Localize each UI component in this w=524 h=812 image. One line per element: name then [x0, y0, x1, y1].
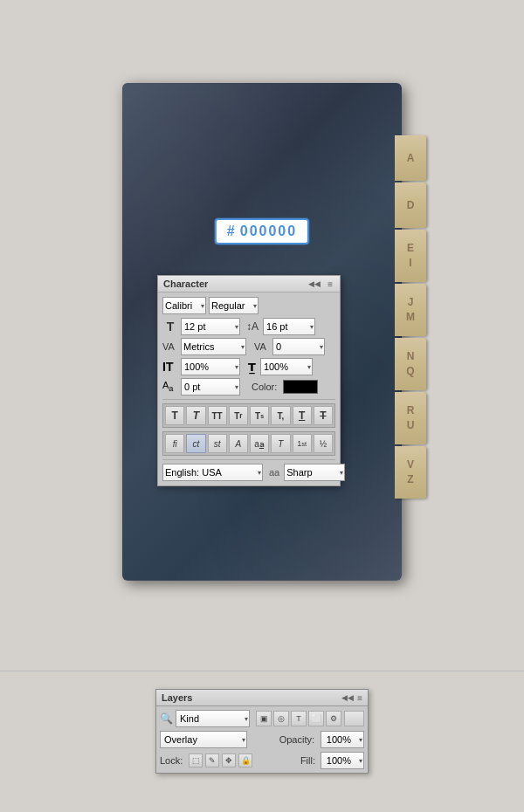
- scale-row: IT 100% T̲ 100%: [162, 358, 335, 375]
- character-panel-body: Calibri Regular T 12 pt: [158, 292, 340, 485]
- color-picker-display[interactable]: # 000000: [215, 218, 309, 244]
- tab-a[interactable]: A: [395, 135, 426, 181]
- font-style-wrapper: Regular: [209, 297, 259, 314]
- font-name-select[interactable]: Calibri: [162, 297, 206, 314]
- discretionary-lig-button[interactable]: ct: [186, 434, 205, 453]
- leading-icon: ↕A: [246, 320, 259, 333]
- blend-mode-row: Overlay Opacity: 100%: [160, 731, 364, 748]
- layers-menu-icon[interactable]: ≡: [357, 693, 362, 703]
- antialiasing-select[interactable]: Sharp: [284, 464, 345, 481]
- panel-controls: ◀◀ ≡: [307, 279, 334, 289]
- fill-input-wrapper: 100%: [321, 752, 364, 769]
- bold-button[interactable]: T: [165, 406, 184, 425]
- antialiasing-wrapper: Sharp: [284, 464, 345, 481]
- font-name-wrapper: Calibri: [162, 297, 206, 314]
- filter-type-btn[interactable]: T: [291, 711, 307, 726]
- bottom-panel-area: Layers ◀◀ ≡ 🔍 Kind ▣ ◎ T ⬜: [0, 671, 524, 812]
- panel-menu-icon[interactable]: ≡: [326, 279, 334, 289]
- opentype-buttons-row: fi ct st A aa̲ T 1st ½: [162, 431, 335, 456]
- font-size-input[interactable]: 12 pt: [181, 318, 240, 335]
- italic-button[interactable]: T: [186, 406, 205, 425]
- vertical-scale-input[interactable]: 100%: [181, 358, 240, 375]
- lock-transparent-btn[interactable]: ⬚: [189, 754, 203, 767]
- lock-all-btn[interactable]: 🔒: [238, 754, 252, 767]
- size-leading-row: T 12 pt ↕A 16 pt: [162, 318, 335, 335]
- swash-button[interactable]: aa̲: [250, 434, 269, 453]
- fill-label: Fill:: [300, 755, 315, 766]
- tab-nq[interactable]: NQ: [395, 338, 426, 390]
- tabs-strip: A D EI JM NQ RU VZ: [395, 135, 428, 499]
- tab-ei[interactable]: EI: [395, 230, 426, 282]
- color-value[interactable]: 000000: [240, 224, 297, 239]
- color-swatch[interactable]: [283, 380, 318, 394]
- fraction-button[interactable]: ½: [314, 434, 333, 453]
- stylistic-alt-button[interactable]: A: [229, 434, 248, 453]
- tracking-kerning-row: VA Metrics VA 0: [162, 338, 335, 355]
- lock-position-btn[interactable]: ✥: [222, 754, 236, 767]
- vertical-scale-field[interactable]: 100%: [181, 358, 240, 375]
- opacity-input[interactable]: 100%: [321, 731, 364, 748]
- fill-input[interactable]: 100%: [321, 752, 364, 769]
- tab-vz[interactable]: VZ: [395, 446, 426, 499]
- search-icon: 🔍: [160, 712, 173, 725]
- horizontal-scale-field[interactable]: 100%: [260, 358, 313, 375]
- blend-mode-wrapper: Overlay: [160, 731, 247, 748]
- underline-button[interactable]: T: [293, 406, 312, 425]
- superscript-button[interactable]: Ts: [250, 406, 269, 425]
- character-panel-title: Character: [163, 279, 208, 289]
- character-panel-titlebar[interactable]: Character ◀◀ ≡: [158, 276, 340, 292]
- subscript-button[interactable]: T,: [271, 406, 290, 425]
- horizontal-scale-icon: T̲: [248, 361, 256, 374]
- opacity-wrapper: 100%: [321, 731, 364, 748]
- filter-shape-btn[interactable]: ⬜: [308, 711, 324, 726]
- filter-toggle[interactable]: [344, 711, 364, 726]
- allcaps-button[interactable]: TT: [208, 406, 227, 425]
- collapse-left-icon[interactable]: ◀◀: [307, 279, 322, 288]
- font-style-select[interactable]: Regular: [209, 297, 259, 314]
- layers-panel-title: Layers: [162, 692, 192, 703]
- aa-label: aa: [269, 467, 279, 478]
- lock-image-btn[interactable]: ✎: [205, 754, 219, 767]
- filter-icons-row: ▣ ◎ T ⬜ ⚙: [256, 711, 341, 726]
- kerning-input[interactable]: 0: [272, 338, 325, 355]
- hash-symbol: #: [227, 224, 235, 239]
- language-select[interactable]: English: USA: [162, 464, 263, 481]
- oldstyle-num-button[interactable]: st: [208, 434, 227, 453]
- tracking-select[interactable]: Metrics: [181, 338, 246, 355]
- tab-d[interactable]: D: [395, 182, 426, 228]
- font-size-field[interactable]: 12 pt: [181, 318, 240, 335]
- color-label: Color:: [252, 382, 277, 392]
- filter-adjustment-btn[interactable]: ◎: [273, 711, 289, 726]
- leading-field[interactable]: 16 pt: [263, 318, 315, 335]
- typo-buttons-row: T T TT Tr Ts T, T T: [162, 403, 335, 428]
- baseline-input[interactable]: 0 pt: [181, 378, 240, 396]
- baseline-field[interactable]: 0 pt: [181, 378, 240, 396]
- canvas-area: # 000000 Character ◀◀ ≡ Calibri: [0, 0, 524, 664]
- notebook: # 000000 Character ◀◀ ≡ Calibri: [122, 83, 402, 581]
- filter-smart-btn[interactable]: ⚙: [326, 711, 341, 726]
- tab-ru[interactable]: RU: [395, 392, 426, 444]
- kind-select[interactable]: Kind: [176, 710, 250, 727]
- blend-mode-select[interactable]: Overlay: [160, 731, 247, 748]
- titling-alt-button[interactable]: T: [271, 434, 290, 453]
- tab-jm[interactable]: JM: [395, 284, 426, 336]
- strikethrough-button[interactable]: T: [314, 406, 333, 425]
- ordinal-button[interactable]: 1st: [293, 434, 312, 453]
- leading-icon-group: ↕A: [246, 320, 259, 333]
- baseline-color-row: Aa 0 pt Color:: [162, 378, 335, 396]
- leading-input[interactable]: 16 pt: [263, 318, 315, 335]
- ligatures-button[interactable]: fi: [165, 434, 184, 453]
- filter-pixel-btn[interactable]: ▣: [256, 711, 272, 726]
- layers-titlebar[interactable]: Layers ◀◀ ≡: [156, 690, 368, 706]
- opacity-label: Opacity:: [279, 734, 314, 745]
- layers-panel-controls: ◀◀ ≡: [341, 693, 362, 703]
- lock-label: Lock:: [160, 755, 183, 766]
- font-size-icon: T: [162, 320, 178, 334]
- language-wrapper: English: USA: [162, 464, 263, 481]
- smallcaps-button[interactable]: Tr: [229, 406, 248, 425]
- kerning-field[interactable]: 0: [272, 338, 325, 355]
- tracking-icon: VA: [162, 341, 178, 352]
- layers-collapse-icon[interactable]: ◀◀: [341, 693, 354, 702]
- kerning-icon: VA: [254, 341, 270, 352]
- horizontal-scale-input[interactable]: 100%: [260, 358, 313, 375]
